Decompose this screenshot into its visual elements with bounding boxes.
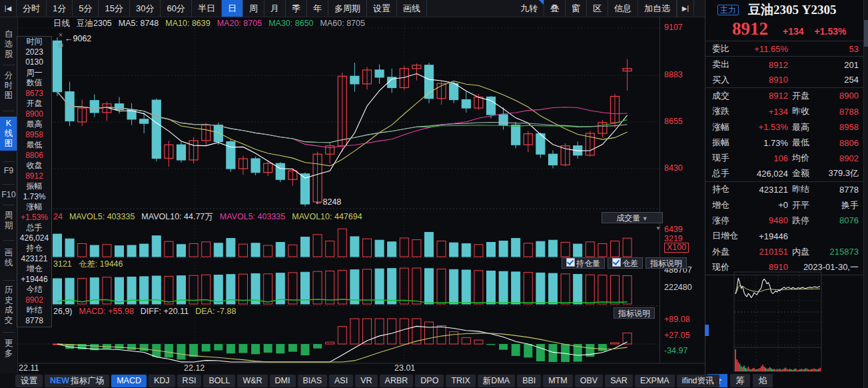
indicator-tab-新DMA[interactable]: 新DMA — [478, 375, 515, 387]
skip-to-end-icon[interactable]: ▶| — [677, 0, 694, 17]
timeframe-button-半日[interactable]: 半日 — [192, 0, 222, 17]
checkbox-持仓量[interactable]: 持仓量 — [562, 257, 605, 269]
gear-icon[interactable]: ⚙ — [56, 41, 65, 50]
indicator-tab-OBV[interactable]: OBV — [575, 375, 603, 387]
timeframe-button-季[interactable]: 季 — [286, 0, 307, 17]
tool-button-叠[interactable]: 叠 — [544, 0, 566, 17]
timeframe-button-日[interactable]: 日 — [222, 0, 243, 17]
indicator-help-button[interactable]: 指标说明 — [646, 257, 687, 269]
main-chart-svg[interactable]: ←9062←8248 — [0, 0, 705, 372]
macd-pane-header: 26,9)MACD: +55.98DIFF: +20.11DEA: -7.88 — [53, 307, 242, 316]
timeframe-button-30分[interactable]: 30分 — [130, 0, 161, 17]
checkbox-仓差[interactable]: 仓差 — [608, 257, 643, 269]
indicator-help-button[interactable]: 指标说明 — [614, 307, 655, 319]
indicator-tab-DPO[interactable]: DPO — [415, 375, 444, 387]
indicator-tab-BBI[interactable]: BBI — [517, 375, 541, 387]
timeframe-button-多周期[interactable]: 多周期 — [328, 0, 367, 17]
timeframe-button-15分[interactable]: 15分 — [99, 0, 129, 17]
indicator-tab-label: W&R — [242, 376, 262, 385]
main-contract-badge[interactable]: 主力 — [717, 5, 739, 15]
close-icon[interactable]: × — [56, 31, 65, 39]
indicator-tab-DMI[interactable]: DMI — [270, 375, 296, 387]
indicator-tab-BOLL[interactable]: BOLL — [203, 375, 235, 387]
timeframe-button-月[interactable]: 月 — [264, 0, 286, 17]
indicator-tab-KDJ[interactable]: KDJ — [149, 375, 175, 387]
indicator-tab-label: 新DMA — [483, 376, 510, 385]
tool-button-九转[interactable]: 九转 — [514, 0, 544, 17]
right-scrollbar-track[interactable] — [863, 0, 868, 388]
quote-value-right: 8778 — [817, 185, 859, 195]
top-toolbar: |◀分时1分5分15分30分60分半日日周月季年多周期设置画线九转叠窗区信息加自… — [0, 0, 705, 17]
tool-button-区[interactable]: 区 — [587, 0, 608, 17]
sidebar-divider — [3, 184, 15, 185]
tooltip-row: 8902 — [17, 295, 51, 306]
tooltip-row: 总手 — [17, 223, 51, 233]
crosshair-data-panel: 时间20230130周一数值8673开盘8900最高8958最低8806收盘89… — [17, 36, 52, 327]
indicator-tab-ifind资讯[interactable]: ifind资讯 — [677, 375, 719, 387]
indicator-tab-ARBR[interactable]: ARBR — [380, 375, 414, 387]
indicator-tab-RSI[interactable]: RSI — [177, 375, 202, 387]
indicator-tab-MACD[interactable]: MACD — [111, 375, 147, 387]
indicator-tab-TRIX[interactable]: TRIX — [446, 375, 475, 387]
indicator-tab-SAR[interactable]: SAR — [605, 375, 633, 387]
right-scrollbar-thumb[interactable] — [864, 20, 868, 47]
quote-row-总手: 总手426,024金额379.3亿 — [705, 166, 864, 181]
sidebar-divider — [3, 205, 15, 205]
macd-header-segment: 26,9) — [53, 307, 73, 316]
oi-header-segment: 仓差: 19446 — [79, 259, 123, 269]
sidebar-item-画线[interactable]: 画 线 — [0, 248, 17, 268]
timeframe-button-周[interactable]: 周 — [243, 0, 264, 17]
tooltip-row: 昨结 — [17, 305, 51, 316]
tooltip-row: 最低 — [17, 140, 51, 151]
indicator-tab-MTM[interactable]: MTM — [543, 375, 572, 387]
timeframe-button-60分[interactable]: 60分 — [161, 0, 191, 17]
timeframe-button-设置[interactable]: 设置 — [367, 0, 397, 17]
quote-label: 买入 — [712, 74, 745, 86]
indicator-tab-label: ifind资讯 — [682, 376, 714, 385]
panel-scrollbar-thumb[interactable] — [705, 325, 709, 336]
tool-button-加自选[interactable]: 加自选 — [638, 0, 677, 17]
tooltip-row: 开盘 — [17, 99, 51, 109]
sidebar-divider — [3, 111, 15, 111]
tooltip-row: 8900 — [17, 109, 51, 120]
indicator-tab-W&R[interactable]: W&R — [237, 375, 267, 387]
indicator-tab-EXPMA[interactable]: EXPMA — [635, 375, 675, 387]
quote-value-right: 215873 — [817, 247, 859, 257]
quote-value: 8912 — [745, 60, 788, 70]
tooltip-row: +19446 — [17, 275, 51, 285]
tool-button-信息[interactable]: 信息 — [608, 0, 638, 17]
sidebar-item-自选股[interactable]: 自 选 股 — [0, 29, 17, 59]
minichart-tab-焰[interactable]: 焰 — [753, 374, 773, 387]
indicator-tab-设置[interactable]: 设置 — [15, 375, 43, 387]
timeframe-button-5分[interactable]: 5分 — [73, 0, 99, 17]
ma-header-segment: MA10: 8639 — [165, 19, 210, 28]
tooltip-row: 时间 — [17, 37, 51, 47]
timeframe-button-年[interactable]: 年 — [307, 0, 328, 17]
quote-value-right: 换手 — [817, 199, 859, 211]
indicator-tab-指标广场[interactable]: NEW指标广场 — [45, 375, 109, 387]
sidebar-item-F10[interactable]: F10 — [0, 190, 17, 200]
checkbox-icon[interactable] — [566, 258, 575, 267]
timeframe-button-分时[interactable]: 分时 — [17, 0, 47, 17]
sidebar-item-周期[interactable]: 周 期 — [0, 211, 17, 231]
timeframe-button-1分[interactable]: 1分 — [47, 0, 73, 17]
minichart-tab-筹[interactable]: 筹 — [730, 374, 750, 387]
skip-to-start-icon[interactable]: |◀ — [0, 0, 17, 17]
indicator-tab-label: 指标广场 — [71, 376, 104, 385]
last-price: 8912 — [732, 19, 768, 39]
checkbox-icon[interactable] — [612, 258, 621, 267]
volume-indicator-selector[interactable]: 成交量 ▼ — [602, 212, 663, 223]
indicator-tab-VR[interactable]: VR — [355, 375, 377, 387]
sidebar-item-F9[interactable]: F9 — [0, 166, 17, 176]
tooltip-row: 8778 — [17, 316, 51, 327]
sidebar-item-历史成交[interactable]: 历 史 成 交 — [0, 285, 17, 325]
volume-pane-header: 24MAVOL5: 403335MAVOL10: 44.77万MAVOL5: 4… — [53, 211, 369, 223]
sidebar-item-K线图[interactable]: K 线 图 — [0, 117, 17, 151]
timeframe-button-画线[interactable]: 画线 — [397, 0, 427, 17]
indicator-tab-BIAS[interactable]: BIAS — [298, 375, 328, 387]
indicator-tab-ASI[interactable]: ASI — [329, 375, 353, 387]
price-axis-label: 8883 — [664, 70, 683, 79]
sidebar-item-分时图[interactable]: 分 时 图 — [0, 71, 17, 101]
tool-button-窗[interactable]: 窗 — [566, 0, 587, 17]
sidebar-item-更多[interactable]: 更 多 — [0, 339, 17, 359]
